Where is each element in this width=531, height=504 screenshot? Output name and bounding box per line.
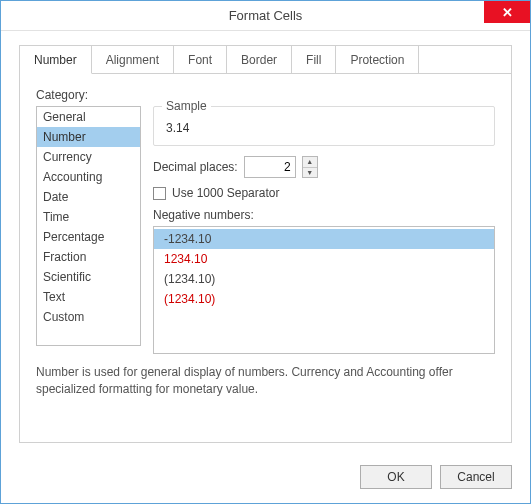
sample-group: Sample 3.14 xyxy=(153,106,495,146)
category-item-time[interactable]: Time xyxy=(37,207,140,227)
category-item-scientific[interactable]: Scientific xyxy=(37,267,140,287)
tab-strip: NumberAlignmentFontBorderFillProtection xyxy=(20,46,511,74)
negative-format-option[interactable]: (1234.10) xyxy=(154,289,494,309)
dialog-footer: OK Cancel xyxy=(1,453,530,503)
main-row: GeneralNumberCurrencyAccountingDateTimeP… xyxy=(36,106,495,354)
category-item-currency[interactable]: Currency xyxy=(37,147,140,167)
negative-format-option[interactable]: -1234.10 xyxy=(154,229,494,249)
tab-border[interactable]: Border xyxy=(227,46,292,74)
use-1000-separator-checkbox[interactable] xyxy=(153,187,166,200)
close-icon: ✕ xyxy=(502,6,513,19)
tabs-container: NumberAlignmentFontBorderFillProtection … xyxy=(19,45,512,443)
category-item-percentage[interactable]: Percentage xyxy=(37,227,140,247)
tab-protection[interactable]: Protection xyxy=(336,46,419,74)
decimal-label: Decimal places: xyxy=(153,160,238,174)
negative-format-option[interactable]: (1234.10) xyxy=(154,269,494,289)
decimal-row: Decimal places: ▲ ▼ xyxy=(153,156,495,178)
category-label: Category: xyxy=(36,88,495,102)
right-column: Sample 3.14 Decimal places: ▲ ▼ xyxy=(153,106,495,354)
negative-numbers-list[interactable]: -1234.101234.10(1234.10)(1234.10) xyxy=(153,226,495,354)
decimal-spinner[interactable]: ▲ ▼ xyxy=(302,156,318,178)
category-item-general[interactable]: General xyxy=(37,107,140,127)
spinner-up-icon[interactable]: ▲ xyxy=(303,157,317,168)
dialog-title: Format Cells xyxy=(229,8,303,23)
tab-filler xyxy=(419,46,511,74)
decimal-places-input[interactable] xyxy=(244,156,296,178)
sample-value: 3.14 xyxy=(164,121,484,135)
category-item-accounting[interactable]: Accounting xyxy=(37,167,140,187)
close-button[interactable]: ✕ xyxy=(484,1,530,23)
negative-numbers-label: Negative numbers: xyxy=(153,208,495,222)
tab-fill[interactable]: Fill xyxy=(292,46,336,74)
spinner-down-icon[interactable]: ▼ xyxy=(303,168,317,178)
tab-number[interactable]: Number xyxy=(20,46,92,74)
dialog-content: NumberAlignmentFontBorderFillProtection … xyxy=(1,31,530,453)
cancel-button[interactable]: Cancel xyxy=(440,465,512,489)
category-item-fraction[interactable]: Fraction xyxy=(37,247,140,267)
category-item-custom[interactable]: Custom xyxy=(37,307,140,327)
format-description: Number is used for general display of nu… xyxy=(36,364,495,398)
category-list[interactable]: GeneralNumberCurrencyAccountingDateTimeP… xyxy=(36,106,141,346)
tab-alignment[interactable]: Alignment xyxy=(92,46,174,74)
separator-row: Use 1000 Separator xyxy=(153,186,495,200)
format-cells-dialog: Format Cells ✕ NumberAlignmentFontBorder… xyxy=(0,0,531,504)
tab-body-number: Category: GeneralNumberCurrencyAccountin… xyxy=(20,74,511,442)
use-1000-separator-label: Use 1000 Separator xyxy=(172,186,279,200)
sample-legend: Sample xyxy=(162,99,211,113)
ok-button[interactable]: OK xyxy=(360,465,432,489)
negative-format-option[interactable]: 1234.10 xyxy=(154,249,494,269)
category-item-text[interactable]: Text xyxy=(37,287,140,307)
category-item-date[interactable]: Date xyxy=(37,187,140,207)
tab-font[interactable]: Font xyxy=(174,46,227,74)
category-item-number[interactable]: Number xyxy=(37,127,140,147)
titlebar: Format Cells ✕ xyxy=(1,1,530,31)
